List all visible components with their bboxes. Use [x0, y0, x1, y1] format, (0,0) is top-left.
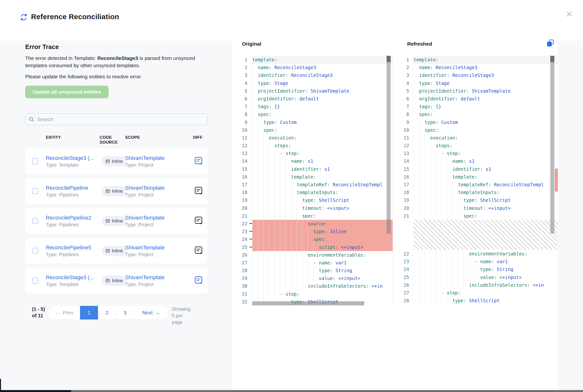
code-line: 26 includeInfraSelectors: <+in	[393, 281, 558, 289]
refreshed-code: 1template:2 name: ReconcileStage33 ident…	[393, 56, 558, 304]
page-button-3[interactable]: 3	[116, 306, 134, 320]
scope-link[interactable]: ShivamTemplate	[125, 155, 193, 161]
code-line: 24 spec:	[232, 235, 393, 243]
original-code-pane[interactable]: 1template:2 name: ReconcileStage33 ident…	[232, 56, 393, 306]
diff-icon[interactable]	[195, 276, 202, 284]
code-line: 10 spec:	[393, 126, 558, 134]
deleted-lines-gap	[393, 220, 558, 250]
refreshed-vertical-scrollbar[interactable]	[550, 56, 554, 234]
scope-type: Type: Project	[125, 252, 193, 257]
code-line: 27 - name: var1	[232, 259, 393, 266]
diff-icon[interactable]	[195, 216, 202, 224]
code-source-badge: Inline	[102, 246, 126, 256]
code-source-badge: Inline	[102, 156, 126, 166]
code-line: 24 type: String	[393, 266, 558, 273]
scope-cell: ShivamTemplate Type: Project	[125, 215, 193, 228]
code-source-cell: Inline	[100, 246, 125, 256]
table-row: ReconcileStage3 (... Type: Template Inli…	[25, 148, 208, 174]
entity-link[interactable]: ReconcilePipeline	[46, 185, 100, 191]
scope-link[interactable]: ShivamTemplate	[125, 274, 193, 281]
code-line: 13 - step:	[232, 150, 393, 157]
scope-link[interactable]: ShivamTemplate	[125, 244, 193, 251]
background-page-strip-gray	[71, 390, 583, 392]
row-checkbox[interactable]	[32, 158, 38, 164]
inline-storage-icon	[105, 219, 110, 223]
original-horizontal-scrollbar[interactable]	[252, 301, 364, 306]
scope-link[interactable]: ShivamTemplate	[125, 185, 193, 191]
entity-cell: ReconcilePipeline5 Type: Pipelines	[46, 244, 100, 257]
page-button-2[interactable]: 2	[98, 306, 116, 320]
code-line: 19 type: ShellScript	[232, 196, 393, 204]
row-checkbox[interactable]	[32, 248, 38, 254]
scope-link[interactable]: ShivamTemplate	[125, 215, 193, 221]
code-line: 9 type: Custom	[393, 118, 558, 126]
scope-type: Type: Project	[125, 282, 193, 287]
code-line: 26 environmentVariables:	[232, 251, 393, 259]
entity-cell: ReconcilePipeline Type: Pipelines	[46, 185, 100, 198]
table-header: ENTITY CODE SOURCE SCOPE DIFF	[25, 135, 208, 145]
diff-viewer: Original Refreshed 1template:2 name: Rec…	[232, 41, 558, 390]
close-icon[interactable]	[565, 10, 573, 18]
code-source-label: Inline	[112, 159, 123, 164]
col-scope: SCOPE	[125, 135, 193, 140]
prev-arrow-icon: ←	[55, 310, 60, 316]
page-list: 123	[80, 306, 134, 320]
pagination-pill: ←Prev 123 Next→	[48, 306, 168, 320]
code-source-label: Inline	[112, 218, 123, 224]
entity-link[interactable]: ReconcileStage3 (...	[46, 274, 100, 281]
per-page-note: Showing 5 per page	[172, 306, 194, 326]
code-line: 28 type: String	[232, 266, 393, 274]
search-icon	[29, 117, 34, 122]
diff-icon[interactable]	[195, 246, 202, 254]
copy-icon[interactable]	[547, 39, 554, 47]
table-row: ReconcilePipeline Type: Pipelines Inline…	[25, 178, 208, 204]
entity-type: Type: Pipelines	[46, 192, 100, 198]
search-input[interactable]	[37, 116, 204, 122]
row-checkbox[interactable]	[32, 278, 38, 284]
entity-cell: ReconcileStage3 (... Type: Template	[46, 155, 100, 168]
diff-cell	[193, 187, 208, 196]
refreshed-code-pane[interactable]: 1template:2 name: ReconcileStage33 ident…	[393, 56, 558, 306]
update-all-unsynced-button[interactable]: Update all unsynced entities	[25, 86, 109, 98]
table-row: ReconcilePipeline5 Type: Pipelines Inlin…	[25, 238, 208, 264]
code-line: 7 tags: {}	[393, 102, 558, 110]
diff-header: Original Refreshed	[232, 41, 558, 56]
inline-storage-icon	[105, 249, 110, 253]
scope-type: Type: Project	[125, 222, 193, 228]
original-code: 1template:2 name: ReconcileStage33 ident…	[232, 56, 393, 306]
next-page-button[interactable]: Next→	[134, 306, 168, 320]
entity-link[interactable]: ReconcilePipeline2	[46, 215, 100, 221]
error-trace-panel: Error Trace The error detected in Templa…	[25, 41, 208, 326]
inline-storage-icon	[105, 278, 110, 283]
original-vertical-scrollbar[interactable]	[387, 56, 391, 234]
entity-cell: ReconcilePipeline2 Type: Pipelines	[46, 215, 100, 228]
code-source-cell: Inline	[100, 186, 125, 196]
code-source-cell: Inline	[100, 216, 125, 226]
prev-page-button[interactable]: ←Prev	[48, 306, 80, 320]
template-name-bold: ReconcileStage3	[97, 55, 138, 61]
code-line: 3 identifier: ReconcileStage3	[393, 71, 558, 79]
code-line: 2 name: ReconcileStage3	[393, 64, 558, 71]
background-page-edge	[0, 379, 1, 390]
code-line: 2 name: ReconcileStage3	[232, 64, 393, 71]
row-checkbox[interactable]	[32, 218, 38, 224]
page-title: Reference Reconciliation	[31, 12, 119, 21]
scope-cell: ShivamTemplate Type: Project	[125, 274, 193, 287]
code-line: 6 orgIdentifier: default	[393, 95, 558, 102]
code-line: 19 type: ShellScript	[393, 196, 558, 204]
entity-link[interactable]: ReconcilePipeline5	[46, 244, 100, 251]
diff-icon[interactable]	[195, 187, 202, 195]
code-line: 29 value: <+input>	[232, 274, 393, 282]
error-trace-heading: Error Trace	[25, 43, 208, 51]
row-checkbox[interactable]	[32, 188, 38, 194]
code-line: 27 - step:	[393, 289, 558, 297]
entity-link[interactable]: ReconcileStage3 (...	[46, 155, 100, 161]
diff-icon[interactable]	[195, 157, 202, 165]
code-line: 11 execution:	[232, 134, 393, 142]
col-entity: ENTITY	[46, 135, 100, 140]
code-line: 12 steps:	[393, 142, 558, 150]
code-line: 18 templateInputs:	[393, 188, 558, 196]
page-button-1[interactable]: 1	[80, 306, 98, 320]
code-line: 22 environmentVariables:	[393, 250, 558, 258]
code-source-cell: Inline	[100, 276, 125, 286]
